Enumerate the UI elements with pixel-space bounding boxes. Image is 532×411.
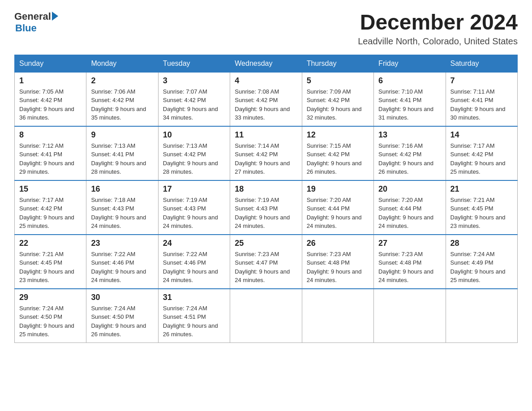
calendar-day-cell: 6Sunrise: 7:10 AMSunset: 4:41 PMDaylight… [374,72,446,126]
day-info: Sunrise: 7:19 AMSunset: 4:43 PMDaylight:… [163,196,225,231]
calendar-day-cell: 22Sunrise: 7:21 AMSunset: 4:45 PMDayligh… [15,235,86,289]
calendar-day-cell: 11Sunrise: 7:14 AMSunset: 4:42 PMDayligh… [230,126,302,180]
calendar-week-row: 22Sunrise: 7:21 AMSunset: 4:45 PMDayligh… [15,235,518,289]
title-block: December 2024 Leadville North, Colorado,… [358,11,518,47]
calendar-day-cell: 13Sunrise: 7:16 AMSunset: 4:42 PMDayligh… [374,126,446,180]
weekday-header-saturday: Saturday [446,55,517,72]
month-year-title: December 2024 [358,11,518,34]
day-number: 15 [19,184,82,194]
day-info: Sunrise: 7:21 AMSunset: 4:45 PMDaylight:… [19,250,82,285]
calendar-day-cell: 28Sunrise: 7:24 AMSunset: 4:49 PMDayligh… [446,235,517,289]
calendar-day-cell: 23Sunrise: 7:22 AMSunset: 4:46 PMDayligh… [86,235,158,289]
day-number: 16 [91,184,153,194]
day-number: 9 [91,130,153,140]
calendar-day-cell: 2Sunrise: 7:06 AMSunset: 4:42 PMDaylight… [86,72,158,126]
calendar-day-cell: 24Sunrise: 7:22 AMSunset: 4:46 PMDayligh… [158,235,230,289]
day-info: Sunrise: 7:17 AMSunset: 4:42 PMDaylight:… [19,196,82,231]
calendar-day-cell: 9Sunrise: 7:13 AMSunset: 4:41 PMDaylight… [86,126,158,180]
logo-blue-text: Blue [15,22,37,34]
calendar-day-cell: 4Sunrise: 7:08 AMSunset: 4:42 PMDaylight… [230,72,302,126]
calendar-day-cell: 15Sunrise: 7:17 AMSunset: 4:42 PMDayligh… [15,180,86,235]
day-info: Sunrise: 7:09 AMSunset: 4:42 PMDaylight:… [307,87,369,122]
weekday-header-tuesday: Tuesday [158,55,230,72]
day-info: Sunrise: 7:23 AMSunset: 4:47 PMDaylight:… [235,250,297,285]
calendar-day-cell [302,289,373,343]
logo-general-text: General [14,11,51,22]
day-number: 2 [91,76,153,86]
day-info: Sunrise: 7:24 AMSunset: 4:50 PMDaylight:… [19,304,82,339]
calendar-day-cell: 7Sunrise: 7:11 AMSunset: 4:41 PMDaylight… [446,72,517,126]
day-info: Sunrise: 7:24 AMSunset: 4:49 PMDaylight:… [450,250,513,285]
day-info: Sunrise: 7:11 AMSunset: 4:41 PMDaylight:… [450,87,513,122]
calendar-day-cell: 14Sunrise: 7:17 AMSunset: 4:42 PMDayligh… [446,126,517,180]
day-number: 29 [19,293,82,302]
day-number: 11 [235,130,297,140]
weekday-header-row: SundayMondayTuesdayWednesdayThursdayFrid… [15,55,518,72]
day-number: 13 [378,130,441,140]
calendar-week-row: 29Sunrise: 7:24 AMSunset: 4:50 PMDayligh… [15,289,518,343]
day-number: 27 [378,239,441,248]
day-info: Sunrise: 7:22 AMSunset: 4:46 PMDaylight:… [91,250,153,285]
calendar-day-cell: 19Sunrise: 7:20 AMSunset: 4:44 PMDayligh… [302,180,373,235]
day-info: Sunrise: 7:20 AMSunset: 4:44 PMDaylight:… [307,196,369,231]
weekday-header-thursday: Thursday [302,55,373,72]
day-info: Sunrise: 7:08 AMSunset: 4:42 PMDaylight:… [235,87,297,122]
day-number: 17 [163,184,225,194]
day-info: Sunrise: 7:17 AMSunset: 4:42 PMDaylight:… [450,141,513,176]
day-info: Sunrise: 7:18 AMSunset: 4:43 PMDaylight:… [91,196,153,231]
calendar-day-cell: 27Sunrise: 7:23 AMSunset: 4:48 PMDayligh… [374,235,446,289]
day-number: 12 [307,130,369,140]
day-number: 24 [163,239,225,248]
day-info: Sunrise: 7:14 AMSunset: 4:42 PMDaylight:… [235,141,297,176]
calendar-week-row: 1Sunrise: 7:05 AMSunset: 4:42 PMDaylight… [15,72,518,126]
calendar-day-cell: 1Sunrise: 7:05 AMSunset: 4:42 PMDaylight… [15,72,86,126]
day-info: Sunrise: 7:07 AMSunset: 4:42 PMDaylight:… [163,87,225,122]
day-number: 6 [378,76,441,86]
logo-triangle-icon [52,12,58,21]
day-info: Sunrise: 7:05 AMSunset: 4:42 PMDaylight:… [19,87,82,122]
page-header: General Blue December 2024 Leadville Nor… [14,11,518,47]
day-info: Sunrise: 7:24 AMSunset: 4:51 PMDaylight:… [163,304,225,339]
calendar-day-cell: 20Sunrise: 7:20 AMSunset: 4:44 PMDayligh… [374,180,446,235]
day-info: Sunrise: 7:12 AMSunset: 4:41 PMDaylight:… [19,141,82,176]
day-info: Sunrise: 7:10 AMSunset: 4:41 PMDaylight:… [378,87,441,122]
day-info: Sunrise: 7:20 AMSunset: 4:44 PMDaylight:… [378,196,441,231]
calendar-week-row: 15Sunrise: 7:17 AMSunset: 4:42 PMDayligh… [15,180,518,235]
weekday-header-friday: Friday [374,55,446,72]
day-info: Sunrise: 7:13 AMSunset: 4:41 PMDaylight:… [91,141,153,176]
day-number: 5 [307,76,369,86]
calendar-day-cell [446,289,517,343]
day-number: 31 [163,293,225,302]
day-info: Sunrise: 7:23 AMSunset: 4:48 PMDaylight:… [378,250,441,285]
weekday-header-monday: Monday [86,55,158,72]
day-info: Sunrise: 7:06 AMSunset: 4:42 PMDaylight:… [91,87,153,122]
calendar-day-cell: 10Sunrise: 7:13 AMSunset: 4:42 PMDayligh… [158,126,230,180]
day-number: 4 [235,76,297,86]
calendar-day-cell: 26Sunrise: 7:23 AMSunset: 4:48 PMDayligh… [302,235,373,289]
day-number: 18 [235,184,297,194]
day-info: Sunrise: 7:15 AMSunset: 4:42 PMDaylight:… [307,141,369,176]
day-number: 8 [19,130,82,140]
location-subtitle: Leadville North, Colorado, United States [358,36,518,47]
weekday-header-wednesday: Wednesday [230,55,302,72]
day-info: Sunrise: 7:16 AMSunset: 4:42 PMDaylight:… [378,141,441,176]
day-number: 21 [450,184,513,194]
calendar-day-cell: 21Sunrise: 7:21 AMSunset: 4:45 PMDayligh… [446,180,517,235]
day-number: 10 [163,130,225,140]
logo: General Blue [14,11,58,34]
calendar-day-cell: 30Sunrise: 7:24 AMSunset: 4:50 PMDayligh… [86,289,158,343]
day-number: 23 [91,239,153,248]
day-info: Sunrise: 7:23 AMSunset: 4:48 PMDaylight:… [307,250,369,285]
calendar-day-cell: 18Sunrise: 7:19 AMSunset: 4:43 PMDayligh… [230,180,302,235]
day-number: 19 [307,184,369,194]
day-info: Sunrise: 7:13 AMSunset: 4:42 PMDaylight:… [163,141,225,176]
calendar-day-cell: 29Sunrise: 7:24 AMSunset: 4:50 PMDayligh… [15,289,86,343]
day-number: 25 [235,239,297,248]
calendar-day-cell: 3Sunrise: 7:07 AMSunset: 4:42 PMDaylight… [158,72,230,126]
calendar-day-cell: 17Sunrise: 7:19 AMSunset: 4:43 PMDayligh… [158,180,230,235]
day-info: Sunrise: 7:19 AMSunset: 4:43 PMDaylight:… [235,196,297,231]
weekday-header-sunday: Sunday [15,55,86,72]
calendar-day-cell: 5Sunrise: 7:09 AMSunset: 4:42 PMDaylight… [302,72,373,126]
day-info: Sunrise: 7:22 AMSunset: 4:46 PMDaylight:… [163,250,225,285]
day-number: 20 [378,184,441,194]
